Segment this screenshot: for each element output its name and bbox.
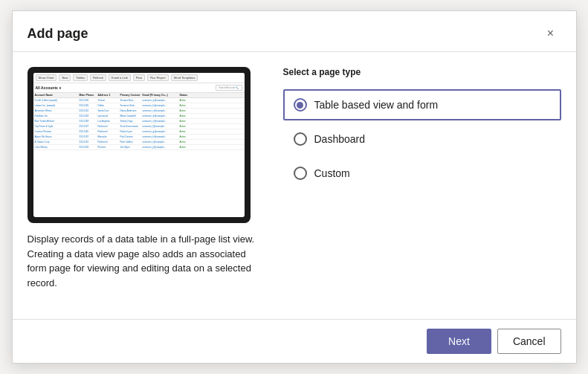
table-row: Blue Yonder Airlines555-0149Los AngelesS… <box>33 119 245 124</box>
toolbar-btn-report: Run Report <box>147 74 168 81</box>
right-panel: Select a page type Table based view and … <box>283 67 561 319</box>
cancel-button[interactable]: Cancel <box>497 329 561 354</box>
option-custom-label: Custom <box>314 167 350 179</box>
tablet-toolbar: Show Chart New Tables Refresh Email a Li… <box>33 73 245 83</box>
table-row: Alpine Ski House555-0197MissoulaPaul Can… <box>33 135 245 140</box>
table-row: Contoso Pharma555-0145RedmondRobert Lyon… <box>33 129 245 135</box>
tablet-preview: Show Chart New Tables Refresh Email a Li… <box>28 67 251 223</box>
dialog-title: Add page <box>28 26 88 42</box>
toolbar-btn-flow: Flow <box>133 74 145 81</box>
col-status: Status <box>180 94 198 97</box>
col-email: Email (Primary Co...) <box>143 94 180 97</box>
table-row: A. Datum Corp555-0161RedmondRene Valdess… <box>33 140 245 145</box>
tablet-table-title: All Accounts ∨ <box>36 86 62 90</box>
table-row: Coho Winery555-0159PhoenixJim Glynnsomeo… <box>33 145 245 150</box>
tablet-screen: Show Chart New Tables Refresh Email a Li… <box>33 73 245 217</box>
radio-table-based[interactable] <box>294 98 307 112</box>
col-account: Account Name <box>35 94 80 97</box>
option-table-label: Table based view and form <box>314 99 439 111</box>
tablet-header: All Accounts ∨ Search Accounts 🔍 <box>33 83 245 93</box>
toolbar-btn-tables: Tables <box>73 74 88 81</box>
option-dashboard-label: Dashboard <box>314 133 366 145</box>
col-contact: Primary Contact <box>120 94 143 97</box>
table-row: Fabrikam Inc.555-0163LynnwoodMaria Campb… <box>33 114 245 119</box>
radio-custom[interactable] <box>294 167 307 180</box>
tablet-search: Search Accounts 🔍 <box>216 85 242 91</box>
page-type-options: Table based view and form Dashboard Cust… <box>283 89 561 189</box>
next-button[interactable]: Next <box>427 329 491 354</box>
page-type-description: Display records of a data table in a ful… <box>28 232 265 290</box>
tablet-column-headers: Account Name Main Phone Address 1 Primar… <box>33 93 245 98</box>
dialog-footer: Next Cancel <box>13 319 576 363</box>
table-row: Adventure Works555-0152Santa CruzNancy A… <box>33 109 245 114</box>
table-row: Fourth Coffee (sample)555-0150YeniseiSus… <box>33 98 245 103</box>
dialog-header: Add page × <box>13 11 576 52</box>
col-phone: Main Phone <box>80 94 98 97</box>
section-label: Select a page type <box>283 67 561 77</box>
toolbar-btn-word: Word Templates <box>171 74 198 81</box>
toolbar-btn-chart: Show Chart <box>36 74 57 81</box>
toolbar-btn-email: Email a Link <box>109 74 131 81</box>
option-dashboard[interactable]: Dashboard <box>283 123 561 155</box>
table-row: City Power & Light555-0127RedmondScott K… <box>33 124 245 129</box>
col-address: Address 1 <box>98 94 120 97</box>
add-page-dialog: Add page × Show Chart New Tables Refresh… <box>12 10 577 364</box>
option-table-based[interactable]: Table based view and form <box>283 89 561 120</box>
left-panel: Show Chart New Tables Refresh Email a Li… <box>28 67 265 319</box>
toolbar-btn-new: New <box>59 74 71 81</box>
option-custom[interactable]: Custom <box>283 158 561 189</box>
dialog-body: Show Chart New Tables Refresh Email a Li… <box>13 52 576 319</box>
radio-dashboard[interactable] <box>294 132 307 146</box>
table-row: Litware Inc. (sample)555-0135DallasSusan… <box>33 103 245 109</box>
toolbar-btn-refresh: Refresh <box>90 74 106 81</box>
close-button[interactable]: × <box>540 23 561 44</box>
